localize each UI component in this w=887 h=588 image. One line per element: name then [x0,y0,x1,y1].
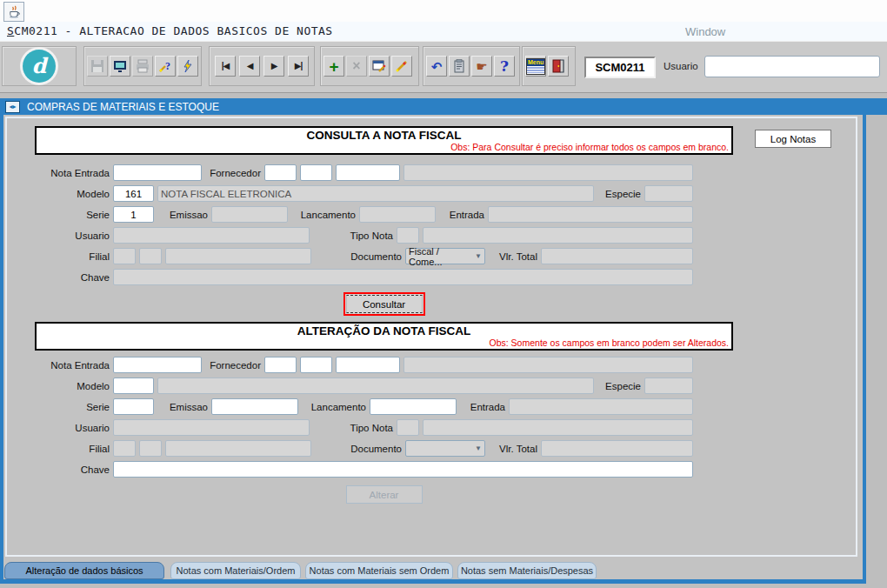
alteracao-nota-entrada-input[interactable] [113,357,202,373]
alteracao-lancamento-input[interactable] [370,398,457,415]
print-button[interactable] [132,56,153,77]
alteracao-filial-desc [165,440,311,457]
consulta-serie-input[interactable] [113,206,154,223]
alteracao-header-box: ALTERAÇÃO DA NOTA FISCAL Obs: Somente os… [35,322,733,351]
mdi-border-left [0,115,3,584]
save-button[interactable] [87,56,108,77]
nota-entrada-label: Nota Entrada [35,360,110,371]
consulta-fornecedor-input-3[interactable] [336,164,400,181]
consulta-especie-input [644,185,693,202]
consulta-documento-dropdown[interactable]: Fiscal / Come... ▼ [405,248,485,264]
chevron-down-icon: ▼ [475,252,482,260]
alteracao-chave-input[interactable] [113,461,693,478]
undo-icon: ↶ [431,60,443,73]
usuario-field-label: Usuario [35,231,110,241]
alteracao-entrada-input [509,398,693,415]
clear-button[interactable] [391,56,412,77]
alteracao-row-serie-datas: Serie Emissao Lancamento Entrada [35,398,693,416]
alteracao-row-modelo: Modelo Especie [35,377,693,395]
consulta-chave-input [113,269,693,285]
mdi-window-icon: ◂▸ [5,101,20,113]
wand-icon [395,59,409,73]
lancamento-label: Lancamento [291,210,356,220]
alteracao-modelo-desc [157,378,594,394]
alteracao-fornecedor-input-1[interactable] [264,357,297,373]
hand-icon: ☛ [476,60,487,73]
alterar-button[interactable]: Alterar [346,485,423,504]
exit-button[interactable] [548,56,569,77]
menu-bar: SCM0211 - ALTERACAO DE DADOS BASICOS DE … [0,22,887,41]
paste-button[interactable] [449,56,470,77]
especie-label: Especie [597,381,641,391]
alteracao-usuario-input [113,419,310,436]
confirm-button[interactable]: ☛ [471,56,492,77]
alteracao-emissao-input[interactable] [211,398,298,415]
log-notas-button[interactable]: Log Notas [755,130,831,148]
alteracao-vlr-total-input [541,440,693,457]
alteracao-filial-input-1 [113,440,136,457]
usuario-label: Usuario [664,61,698,71]
screen-button[interactable] [110,56,130,77]
consulta-modelo-input[interactable] [113,185,154,202]
navigation-group: |◀ ◀ ▶ ▶| [209,46,315,86]
first-record-button[interactable]: |◀ [215,56,236,77]
record-actions-group: + × [320,46,419,86]
svg-text:?: ? [165,60,170,72]
window-title-strip [0,0,887,23]
java-app-button[interactable] [3,2,24,22]
print-icon [136,59,150,73]
menu-button[interactable]: Menu [525,56,546,77]
consulta-row-usuario-tipo: Usuario Tipo Nota [35,226,693,244]
usuario-input[interactable] [704,56,880,77]
consulta-emissao-input [211,206,288,223]
alteracao-serie-input[interactable] [113,398,154,415]
alteracao-fornecedor-input-2[interactable] [300,357,332,373]
consulta-header-box: CONSULTA A NOTA FISCAL Obs: Para Consult… [35,126,733,155]
help-button[interactable]: ? [494,56,515,77]
consulta-nota-entrada-input[interactable] [113,164,202,181]
tab-notas-sem-materiais-despesas[interactable]: Notas sem Materiais/Despesas [457,562,597,579]
execute-button[interactable] [177,56,198,77]
tab-notas-com-materiais-ordem[interactable]: Notas com Materiais/Ordem [170,562,301,579]
serie-label: Serie [35,210,110,220]
entrada-label: Entrada [460,402,505,412]
application-window: { "app": { "menu_title": "SCM0211 - ALTE… [0,0,887,588]
consulta-tipo-nota-desc [423,227,693,244]
alteracao-row-chave: Chave [35,460,693,478]
fornecedor-label: Fornecedor [205,360,261,371]
alteracao-documento-dropdown[interactable]: ▼ [405,440,485,457]
consulta-modelo-desc [157,185,594,202]
next-record-button[interactable]: ▶ [263,56,284,77]
fornecedor-label: Fornecedor [205,168,261,178]
misc-actions-group: ↶ ☛ ? [423,46,520,86]
save-icon [90,59,104,73]
program-menu-title[interactable]: SCM0211 - ALTERACAO DE DADOS BASICOS DE … [7,24,333,37]
last-record-button[interactable]: ▶| [288,56,309,77]
consultar-button[interactable]: Consultar [346,295,423,313]
undo-button[interactable]: ↶ [426,56,447,77]
emissao-label: Emissao [157,402,208,412]
first-record-icon: |◀ [222,62,230,70]
previous-record-button[interactable]: ◀ [239,56,260,77]
modelo-label: Modelo [35,381,110,391]
consulta-filial-input-1 [113,248,136,264]
window-menu-item[interactable]: Window [685,25,725,38]
alteracao-modelo-input[interactable] [113,378,154,394]
mdi-titlebar[interactable]: ◂▸ COMPRAS DE MATERIAIS E ESTOQUE [0,98,887,115]
toolbar: d [0,41,887,93]
tab-alteracao-dados-basicos[interactable]: Alteração de dados básicos [4,562,164,579]
consulta-fornecedor-input-1[interactable] [264,164,297,181]
chave-label: Chave [35,464,110,475]
add-record-button[interactable]: + [323,56,344,77]
clipboard-icon [452,59,466,73]
delete-record-button[interactable]: × [346,56,367,77]
query-help-icon: ? [158,59,172,73]
consulta-fornecedor-input-2[interactable] [300,164,332,181]
lancamento-label: Lancamento [302,402,366,412]
query-help-button[interactable]: ? [155,56,176,77]
alteracao-fornecedor-input-3[interactable] [336,357,400,373]
previous-record-icon: ◀ [247,62,253,70]
edit-window-button[interactable] [369,56,390,77]
tab-notas-com-materiais-sem-ordem[interactable]: Notas com Materiais sem Ordem [305,562,453,579]
program-code-display: SCM0211 [584,57,656,78]
